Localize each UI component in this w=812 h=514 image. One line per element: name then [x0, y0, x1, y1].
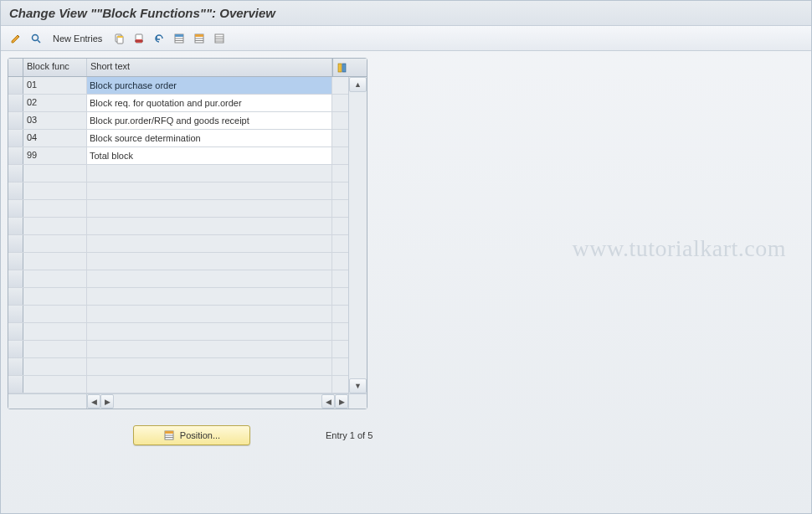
block-func-cell[interactable] — [23, 200, 87, 217]
row-selector[interactable] — [8, 112, 23, 129]
short-text-cell[interactable] — [87, 376, 332, 393]
short-text-input[interactable] — [87, 165, 331, 182]
column-header-block-func[interactable]: Block func — [23, 59, 87, 76]
block-func-input[interactable] — [25, 238, 85, 248]
scroll-left2-button[interactable]: ▶ — [100, 394, 114, 409]
block-func-cell[interactable] — [23, 130, 87, 146]
row-selector[interactable] — [8, 235, 23, 252]
short-text-cell[interactable] — [87, 306, 332, 322]
short-text-cell[interactable] — [87, 130, 332, 146]
position-button[interactable]: Position... — [133, 425, 250, 445]
block-func-cell[interactable] — [23, 376, 87, 393]
block-func-input[interactable] — [25, 150, 85, 160]
row-selector[interactable] — [8, 306, 23, 322]
short-text-cell[interactable] — [87, 341, 332, 357]
short-text-cell[interactable] — [87, 253, 332, 270]
block-func-cell[interactable] — [23, 253, 87, 270]
short-text-input[interactable] — [87, 182, 331, 199]
short-text-input[interactable] — [87, 341, 331, 357]
short-text-input[interactable] — [87, 323, 331, 340]
toggle-change-icon[interactable] — [8, 30, 24, 47]
row-selector[interactable] — [8, 200, 23, 217]
block-func-input[interactable] — [25, 343, 85, 353]
deselect-all-icon[interactable] — [211, 30, 228, 47]
delete-icon[interactable] — [131, 30, 147, 47]
block-func-input[interactable] — [25, 220, 85, 230]
block-func-input[interactable] — [25, 361, 85, 371]
block-func-cell[interactable] — [23, 182, 87, 199]
short-text-input[interactable] — [87, 270, 331, 287]
block-func-cell[interactable] — [23, 358, 87, 375]
short-text-cell[interactable] — [87, 235, 332, 252]
block-func-input[interactable] — [25, 185, 85, 195]
short-text-input[interactable] — [87, 218, 331, 234]
block-func-input[interactable] — [25, 308, 85, 318]
short-text-cell[interactable] — [87, 112, 332, 129]
vertical-scrollbar[interactable]: ▲ ▼ — [348, 77, 367, 393]
block-func-cell[interactable] — [23, 112, 87, 129]
block-func-input[interactable] — [25, 203, 85, 213]
short-text-cell[interactable] — [87, 95, 332, 111]
short-text-cell[interactable] — [87, 323, 332, 340]
short-text-cell[interactable] — [87, 182, 332, 199]
block-func-input[interactable] — [25, 167, 85, 177]
short-text-input[interactable] — [87, 235, 331, 252]
short-text-input[interactable] — [87, 358, 331, 375]
short-text-input[interactable] — [87, 288, 331, 305]
scroll-down-button[interactable]: ▼ — [349, 378, 367, 393]
new-entries-button[interactable]: New Entries — [48, 30, 107, 47]
short-text-cell[interactable] — [87, 270, 332, 287]
row-selector[interactable] — [8, 77, 23, 94]
row-selector[interactable] — [8, 130, 23, 146]
short-text-input[interactable] — [87, 306, 331, 322]
horizontal-scrollbar[interactable]: ◀ ▶ ◀ ▶ — [8, 393, 367, 409]
short-text-input[interactable] — [87, 200, 331, 217]
row-selector[interactable] — [8, 218, 23, 234]
short-text-input[interactable] — [87, 112, 331, 129]
select-block-icon[interactable] — [191, 30, 208, 47]
short-text-cell[interactable] — [87, 218, 332, 234]
block-func-cell[interactable] — [23, 165, 87, 182]
block-func-cell[interactable] — [23, 95, 87, 111]
row-selector[interactable] — [8, 270, 23, 287]
short-text-input[interactable] — [87, 77, 331, 94]
short-text-cell[interactable] — [87, 165, 332, 182]
find-icon[interactable] — [28, 30, 44, 47]
column-header-short-text[interactable]: Short text — [87, 59, 332, 76]
scroll-right-button[interactable]: ◀ — [321, 394, 335, 409]
short-text-input[interactable] — [87, 95, 331, 111]
short-text-input[interactable] — [87, 130, 331, 146]
row-selector[interactable] — [8, 376, 23, 393]
row-selector[interactable] — [8, 147, 23, 164]
short-text-input[interactable] — [87, 253, 331, 270]
short-text-cell[interactable] — [87, 358, 332, 375]
block-func-cell[interactable] — [23, 341, 87, 357]
block-func-input[interactable] — [25, 290, 85, 301]
block-func-input[interactable] — [25, 326, 85, 336]
row-selector[interactable] — [8, 95, 23, 111]
row-selector[interactable] — [8, 358, 23, 375]
block-func-input[interactable] — [25, 97, 85, 107]
block-func-cell[interactable] — [23, 288, 87, 305]
block-func-cell[interactable] — [23, 77, 87, 94]
row-selector[interactable] — [8, 323, 23, 340]
block-func-input[interactable] — [25, 80, 85, 90]
block-func-cell[interactable] — [23, 270, 87, 287]
block-func-input[interactable] — [25, 115, 85, 125]
block-func-input[interactable] — [25, 255, 85, 265]
block-func-cell[interactable] — [23, 323, 87, 340]
row-selector[interactable] — [8, 253, 23, 270]
short-text-input[interactable] — [87, 147, 331, 164]
block-func-input[interactable] — [25, 132, 85, 142]
copy-as-icon[interactable] — [110, 30, 127, 47]
scroll-left-button[interactable]: ◀ — [87, 394, 100, 409]
short-text-cell[interactable] — [87, 200, 332, 217]
table-settings-icon[interactable] — [332, 59, 351, 76]
row-selector[interactable] — [8, 341, 23, 357]
select-all-icon[interactable] — [171, 30, 188, 47]
scroll-up-button[interactable]: ▲ — [349, 77, 367, 92]
block-func-input[interactable] — [25, 273, 85, 283]
block-func-cell[interactable] — [23, 235, 87, 252]
block-func-cell[interactable] — [23, 218, 87, 234]
undo-icon[interactable] — [151, 30, 167, 47]
